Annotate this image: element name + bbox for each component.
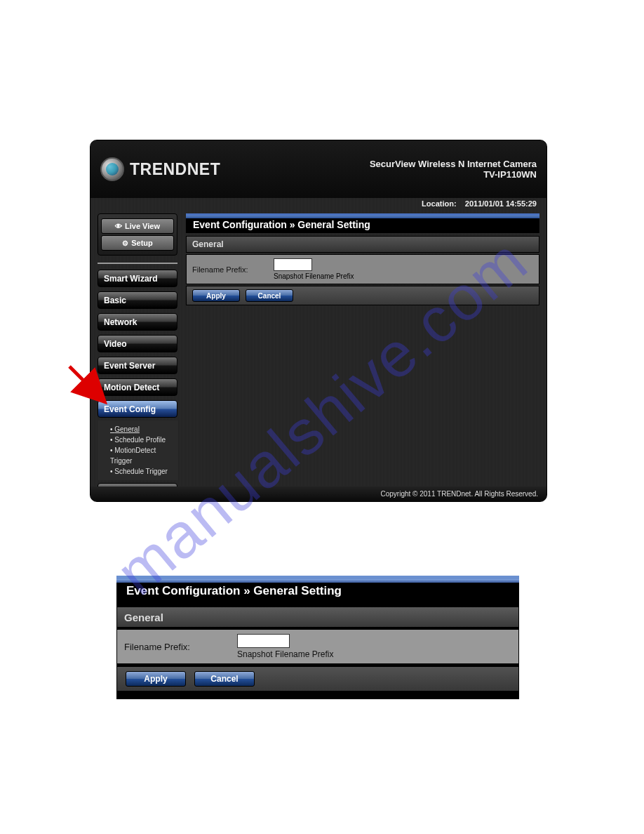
detail-filename-hint: Snapshot Filename Prefix	[237, 649, 333, 659]
detail-button-row: Apply Cancel	[116, 666, 519, 691]
detail-apply-button[interactable]: Apply	[126, 671, 186, 687]
detail-filename-label: Filename Prefix:	[124, 642, 233, 652]
nav-motion-detect[interactable]: Motion Detect	[98, 378, 177, 396]
setup-button[interactable]: ⚙ Setup	[101, 235, 174, 251]
subnav-general[interactable]: General	[110, 424, 175, 435]
filename-prefix-input[interactable]	[274, 258, 312, 271]
top-button-group: 👁 Live View ⚙ Setup	[98, 213, 177, 256]
admin-panel: TRENDNET SecurView Wireless N Internet C…	[90, 140, 547, 502]
product-info: SecurView Wireless N Internet Camera TV-…	[370, 159, 537, 180]
detail-panel: Event Configuration » General Setting Ge…	[116, 576, 519, 699]
setup-label: Setup	[131, 239, 153, 247]
filename-prefix-row: Filename Prefix: Snapshot Filename Prefi…	[186, 254, 539, 284]
location-timestamp: 2011/01/01 14:55:29	[465, 199, 537, 208]
model-number: TV-IP110WN	[370, 169, 537, 180]
nav-basic[interactable]: Basic	[98, 291, 177, 309]
product-name: SecurView Wireless N Internet Camera	[370, 159, 537, 169]
location-label: Location:	[422, 199, 457, 208]
subnav-schedule-profile[interactable]: Schedule Profile	[110, 435, 175, 445]
panel-header: TRENDNET SecurView Wireless N Internet C…	[90, 140, 546, 198]
nav-network[interactable]: Network	[98, 313, 177, 331]
nav-event-server[interactable]: Event Server	[98, 357, 177, 374]
live-view-label: Live View	[125, 222, 160, 230]
gear-icon: ⚙	[122, 239, 128, 247]
live-view-button[interactable]: 👁 Live View	[101, 218, 174, 234]
divider	[98, 263, 177, 264]
annotation-arrow	[66, 363, 108, 408]
action-button-row: Apply Cancel	[186, 286, 539, 305]
section-heading: General	[186, 236, 539, 253]
detail-filename-input[interactable]	[237, 634, 290, 648]
location-bar: Location: 2011/01/01 14:55:29	[90, 198, 546, 211]
detail-cancel-button[interactable]: Cancel	[194, 671, 255, 687]
brand-logo-area: TRENDNET	[100, 157, 220, 181]
page-title: Event Configuration » General Setting	[186, 213, 539, 233]
detail-title: Event Configuration » General Setting	[116, 576, 519, 602]
nav-video[interactable]: Video	[98, 335, 177, 352]
cancel-button[interactable]: Cancel	[246, 289, 293, 302]
brand-logo-icon	[100, 157, 124, 181]
event-config-submenu: General Schedule Profile MotionDetect Tr…	[98, 421, 177, 480]
subnav-schedule-trigger[interactable]: Schedule Trigger	[110, 466, 175, 477]
nav-smart-wizard[interactable]: Smart Wizard	[98, 270, 177, 287]
sidebar: 👁 Live View ⚙ Setup Smart Wizard Basic N…	[98, 213, 177, 502]
footer-copyright: Copyright © 2011 TRENDnet. All Rights Re…	[90, 486, 546, 501]
svg-line-0	[69, 366, 98, 395]
brand-name: TRENDNET	[130, 160, 220, 179]
nav-event-config[interactable]: Event Config	[98, 400, 177, 418]
detail-filename-row: Filename Prefix: Snapshot Filename Prefi…	[116, 629, 519, 664]
subnav-motion-trigger[interactable]: MotionDetect Trigger	[110, 445, 175, 466]
eye-icon: 👁	[115, 223, 122, 230]
apply-button[interactable]: Apply	[192, 289, 240, 302]
content-area: Event Configuration » General Setting Ge…	[186, 213, 539, 502]
detail-bottom-bar	[116, 694, 519, 699]
filename-prefix-label: Filename Prefix:	[192, 265, 269, 274]
filename-prefix-hint: Snapshot Filename Prefix	[274, 272, 354, 280]
detail-section-heading: General	[116, 607, 519, 628]
